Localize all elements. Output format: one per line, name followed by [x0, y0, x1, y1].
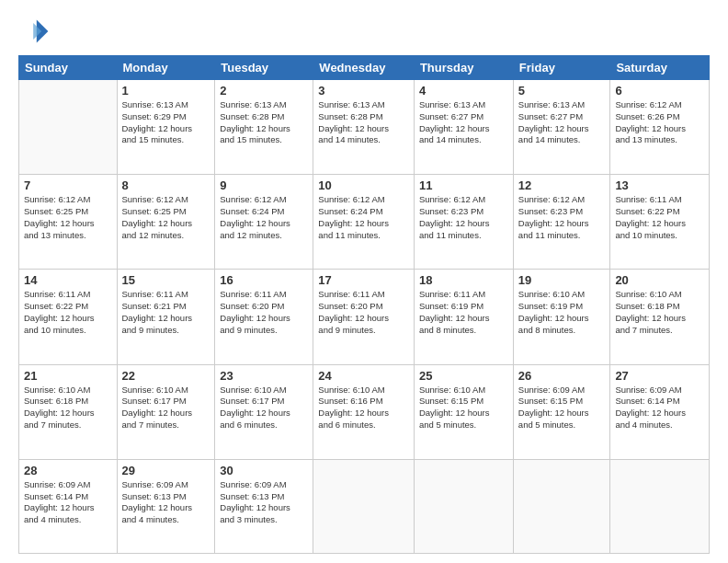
header-day-sunday: Sunday	[19, 56, 118, 80]
day-info: Sunrise: 6:10 AM Sunset: 6:18 PM Dayligh…	[615, 289, 704, 336]
calendar-table: SundayMondayTuesdayWednesdayThursdayFrid…	[18, 55, 710, 554]
day-number: 17	[318, 273, 409, 287]
day-cell: 23Sunrise: 6:10 AM Sunset: 6:17 PM Dayli…	[215, 364, 313, 459]
day-number: 12	[518, 178, 606, 192]
day-number: 26	[518, 369, 606, 383]
day-number: 23	[220, 369, 308, 383]
day-number: 4	[419, 84, 508, 98]
day-info: Sunrise: 6:13 AM Sunset: 6:29 PM Dayligh…	[122, 99, 210, 146]
day-number: 7	[24, 178, 112, 192]
day-info: Sunrise: 6:10 AM Sunset: 6:19 PM Dayligh…	[518, 289, 606, 336]
day-info: Sunrise: 6:12 AM Sunset: 6:23 PM Dayligh…	[419, 194, 508, 241]
header-day-saturday: Saturday	[610, 56, 710, 80]
day-cell: 11Sunrise: 6:12 AM Sunset: 6:23 PM Dayli…	[414, 175, 513, 270]
day-cell: 9Sunrise: 6:12 AM Sunset: 6:24 PM Daylig…	[215, 175, 313, 270]
day-info: Sunrise: 6:09 AM Sunset: 6:13 PM Dayligh…	[220, 479, 308, 526]
day-info: Sunrise: 6:12 AM Sunset: 6:23 PM Dayligh…	[518, 194, 606, 241]
day-number: 20	[615, 273, 704, 287]
day-cell: 15Sunrise: 6:11 AM Sunset: 6:21 PM Dayli…	[117, 270, 215, 364]
logo-icon	[18, 15, 51, 48]
week-row-1: 7Sunrise: 6:12 AM Sunset: 6:25 PM Daylig…	[19, 175, 710, 270]
day-cell: 17Sunrise: 6:11 AM Sunset: 6:20 PM Dayli…	[313, 270, 415, 364]
week-row-2: 14Sunrise: 6:11 AM Sunset: 6:22 PM Dayli…	[19, 270, 710, 364]
day-cell: 5Sunrise: 6:13 AM Sunset: 6:27 PM Daylig…	[513, 80, 610, 175]
day-cell: 4Sunrise: 6:13 AM Sunset: 6:27 PM Daylig…	[414, 80, 513, 175]
day-info: Sunrise: 6:11 AM Sunset: 6:21 PM Dayligh…	[122, 289, 210, 336]
week-row-0: 1Sunrise: 6:13 AM Sunset: 6:29 PM Daylig…	[19, 80, 710, 175]
day-number: 10	[318, 178, 409, 192]
day-number: 30	[220, 464, 308, 477]
day-info: Sunrise: 6:11 AM Sunset: 6:22 PM Dayligh…	[24, 289, 112, 336]
header-row: SundayMondayTuesdayWednesdayThursdayFrid…	[19, 56, 710, 80]
day-cell: 16Sunrise: 6:11 AM Sunset: 6:20 PM Dayli…	[215, 270, 313, 364]
day-number: 19	[518, 273, 606, 287]
day-cell: 28Sunrise: 6:09 AM Sunset: 6:14 PM Dayli…	[19, 459, 118, 553]
day-cell: 13Sunrise: 6:11 AM Sunset: 6:22 PM Dayli…	[610, 175, 710, 270]
day-number: 22	[122, 369, 210, 383]
day-info: Sunrise: 6:11 AM Sunset: 6:22 PM Dayligh…	[615, 194, 704, 241]
header-day-tuesday: Tuesday	[215, 56, 313, 80]
day-number: 29	[122, 464, 210, 477]
day-info: Sunrise: 6:10 AM Sunset: 6:17 PM Dayligh…	[220, 385, 308, 431]
day-number: 27	[615, 369, 704, 383]
day-cell: 14Sunrise: 6:11 AM Sunset: 6:22 PM Dayli…	[19, 270, 118, 364]
day-info: Sunrise: 6:10 AM Sunset: 6:16 PM Dayligh…	[318, 385, 409, 431]
day-info: Sunrise: 6:09 AM Sunset: 6:15 PM Dayligh…	[518, 385, 606, 431]
day-info: Sunrise: 6:13 AM Sunset: 6:27 PM Dayligh…	[518, 99, 606, 146]
day-cell: 3Sunrise: 6:13 AM Sunset: 6:28 PM Daylig…	[313, 80, 415, 175]
header	[18, 15, 710, 48]
day-info: Sunrise: 6:12 AM Sunset: 6:24 PM Dayligh…	[318, 194, 409, 241]
day-number: 15	[122, 273, 210, 287]
day-info: Sunrise: 6:12 AM Sunset: 6:25 PM Dayligh…	[122, 194, 210, 241]
day-info: Sunrise: 6:12 AM Sunset: 6:24 PM Dayligh…	[220, 194, 308, 241]
day-info: Sunrise: 6:13 AM Sunset: 6:28 PM Dayligh…	[220, 99, 308, 146]
day-cell: 25Sunrise: 6:10 AM Sunset: 6:15 PM Dayli…	[414, 364, 513, 459]
day-number: 24	[318, 369, 409, 383]
day-number: 25	[419, 369, 508, 383]
day-number: 16	[220, 273, 308, 287]
week-row-3: 21Sunrise: 6:10 AM Sunset: 6:18 PM Dayli…	[19, 364, 710, 459]
day-cell: 21Sunrise: 6:10 AM Sunset: 6:18 PM Dayli…	[19, 364, 118, 459]
day-info: Sunrise: 6:13 AM Sunset: 6:27 PM Dayligh…	[419, 99, 508, 146]
day-cell: 24Sunrise: 6:10 AM Sunset: 6:16 PM Dayli…	[313, 364, 415, 459]
day-number: 6	[615, 84, 704, 98]
day-cell: 27Sunrise: 6:09 AM Sunset: 6:14 PM Dayli…	[610, 364, 710, 459]
day-number: 9	[220, 178, 308, 192]
day-cell	[513, 459, 610, 553]
day-info: Sunrise: 6:10 AM Sunset: 6:15 PM Dayligh…	[419, 385, 508, 431]
day-info: Sunrise: 6:09 AM Sunset: 6:14 PM Dayligh…	[24, 479, 112, 526]
day-cell: 22Sunrise: 6:10 AM Sunset: 6:17 PM Dayli…	[117, 364, 215, 459]
day-cell	[19, 80, 118, 175]
day-info: Sunrise: 6:10 AM Sunset: 6:17 PM Dayligh…	[122, 385, 210, 431]
day-number: 1	[122, 84, 210, 98]
day-number: 21	[24, 369, 112, 383]
day-number: 14	[24, 273, 112, 287]
header-day-monday: Monday	[117, 56, 215, 80]
day-cell	[610, 459, 710, 553]
day-cell: 7Sunrise: 6:12 AM Sunset: 6:25 PM Daylig…	[19, 175, 118, 270]
day-info: Sunrise: 6:10 AM Sunset: 6:18 PM Dayligh…	[24, 385, 112, 431]
day-info: Sunrise: 6:12 AM Sunset: 6:26 PM Dayligh…	[615, 99, 704, 146]
day-cell: 2Sunrise: 6:13 AM Sunset: 6:28 PM Daylig…	[215, 80, 313, 175]
day-info: Sunrise: 6:11 AM Sunset: 6:20 PM Dayligh…	[318, 289, 409, 336]
day-cell	[313, 459, 415, 553]
day-cell: 30Sunrise: 6:09 AM Sunset: 6:13 PM Dayli…	[215, 459, 313, 553]
day-number: 18	[419, 273, 508, 287]
day-number: 5	[518, 84, 606, 98]
day-cell: 26Sunrise: 6:09 AM Sunset: 6:15 PM Dayli…	[513, 364, 610, 459]
header-day-friday: Friday	[513, 56, 610, 80]
day-cell: 10Sunrise: 6:12 AM Sunset: 6:24 PM Dayli…	[313, 175, 415, 270]
day-number: 2	[220, 84, 308, 98]
day-cell: 19Sunrise: 6:10 AM Sunset: 6:19 PM Dayli…	[513, 270, 610, 364]
header-day-thursday: Thursday	[414, 56, 513, 80]
day-cell: 18Sunrise: 6:11 AM Sunset: 6:19 PM Dayli…	[414, 270, 513, 364]
day-number: 13	[615, 178, 704, 192]
logo	[18, 15, 55, 48]
day-info: Sunrise: 6:12 AM Sunset: 6:25 PM Dayligh…	[24, 194, 112, 241]
day-cell: 29Sunrise: 6:09 AM Sunset: 6:13 PM Dayli…	[117, 459, 215, 553]
day-info: Sunrise: 6:13 AM Sunset: 6:28 PM Dayligh…	[318, 99, 409, 146]
week-row-4: 28Sunrise: 6:09 AM Sunset: 6:14 PM Dayli…	[19, 459, 710, 553]
header-day-wednesday: Wednesday	[313, 56, 415, 80]
day-number: 28	[24, 464, 112, 477]
day-info: Sunrise: 6:11 AM Sunset: 6:19 PM Dayligh…	[419, 289, 508, 336]
